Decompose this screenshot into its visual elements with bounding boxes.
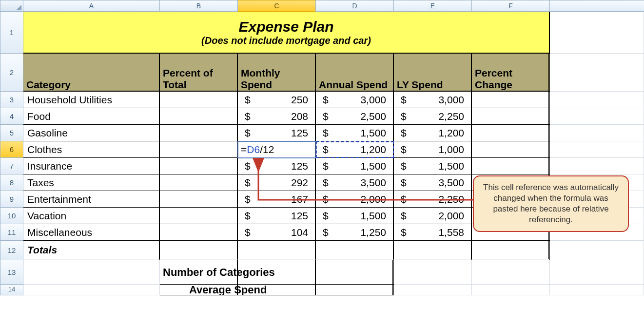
cell-b5[interactable] [160, 125, 238, 141]
row-header-11[interactable]: 11 [0, 224, 23, 241]
row-header-2[interactable]: 2 [0, 54, 23, 92]
col-header-d[interactable]: D [316, 0, 394, 12]
cell-d9[interactable]: $2,000 [316, 191, 394, 208]
cell-a10[interactable]: Vacation [23, 208, 160, 224]
cell-g7[interactable] [550, 158, 644, 174]
cell-b4[interactable] [160, 108, 238, 125]
cell-b8[interactable] [160, 174, 238, 191]
cell-g13[interactable] [550, 260, 644, 285]
totals-label[interactable]: Totals [23, 241, 160, 260]
cell-e9[interactable]: $2,250 [394, 191, 472, 208]
cell-f4[interactable] [472, 108, 550, 125]
cell-c3[interactable]: $250 [238, 92, 316, 108]
cell-e11[interactable]: $1,558 [394, 224, 472, 241]
cell-d8[interactable]: $3,500 [316, 174, 394, 191]
col-header-b[interactable]: B [160, 0, 238, 12]
cell-f13[interactable] [472, 260, 550, 285]
cell-c7[interactable]: $125 [238, 158, 316, 174]
cell-g2[interactable] [550, 54, 644, 92]
cell-g6[interactable] [550, 141, 644, 158]
cell-c10[interactable]: $125 [238, 208, 316, 224]
cell-a4[interactable]: Food [23, 108, 160, 125]
header-ly-spend[interactable]: LY Spend [394, 54, 472, 92]
cell-d10[interactable]: $1,500 [316, 208, 394, 224]
cell-b6[interactable] [160, 141, 238, 158]
cell-g12[interactable] [550, 241, 644, 260]
row-header-1[interactable]: 1 [0, 12, 23, 54]
cell-e8[interactable]: $3,500 [394, 174, 472, 191]
row-header-9[interactable]: 9 [0, 191, 23, 208]
header-annual-spend[interactable]: Annual Spend [316, 54, 394, 92]
row-header-4[interactable]: 4 [0, 108, 23, 125]
cell-d4[interactable]: $2,500 [316, 108, 394, 125]
cell-c4[interactable]: $208 [238, 108, 316, 125]
title-cell[interactable]: Expense Plan (Does not include mortgage … [23, 12, 550, 54]
cell-d5[interactable]: $1,500 [316, 125, 394, 141]
cell-d6[interactable]: $1,200 [316, 141, 394, 158]
row-header-7[interactable]: 7 [0, 158, 23, 174]
cell-f3[interactable] [472, 92, 550, 108]
cell-g14[interactable] [550, 285, 644, 295]
cell-b12[interactable] [160, 241, 238, 260]
row-header-14[interactable]: 14 [0, 285, 23, 295]
cell-c5[interactable]: $125 [238, 125, 316, 141]
cell-b11[interactable] [160, 224, 238, 241]
cell-a7[interactable]: Insurance [23, 158, 160, 174]
cell-a14[interactable] [23, 285, 160, 295]
cell-e7[interactable]: $1,500 [394, 158, 472, 174]
cell-b9[interactable] [160, 191, 238, 208]
cell-c8[interactable]: $292 [238, 174, 316, 191]
cell-e6[interactable]: $1,000 [394, 141, 472, 158]
col-header-a[interactable]: A [23, 0, 160, 12]
cell-g4[interactable] [550, 108, 644, 125]
cell-e4[interactable]: $2,250 [394, 108, 472, 125]
cell-b3[interactable] [160, 92, 238, 108]
header-percent-total[interactable]: Percent of Total [160, 54, 238, 92]
row-header-6[interactable]: 6 [0, 141, 23, 158]
cell-c6[interactable]: =D6/12 [238, 141, 316, 158]
cell-f12[interactable] [472, 241, 550, 260]
cell-a6[interactable]: Clothes [23, 141, 160, 158]
cell-g1[interactable] [550, 12, 644, 54]
cell-d14[interactable] [316, 285, 394, 295]
cell-g3[interactable] [550, 92, 644, 108]
cell-a3[interactable]: Household Utilities [23, 92, 160, 108]
col-header-f[interactable]: F [472, 0, 550, 12]
select-all-corner[interactable] [0, 0, 23, 12]
cell-e13[interactable] [394, 260, 472, 285]
spreadsheet-grid[interactable]: A B C D E F 1 Expense Plan (Does not inc… [0, 0, 644, 295]
row-header-13[interactable]: 13 [0, 260, 23, 285]
cell-a9[interactable]: Entertainment [23, 191, 160, 208]
col-header-g[interactable] [550, 0, 644, 12]
cell-d11[interactable]: $1,250 [316, 224, 394, 241]
cell-e12[interactable] [394, 241, 472, 260]
cell-d13[interactable] [316, 260, 394, 285]
cell-g5[interactable] [550, 125, 644, 141]
number-categories-label[interactable]: Number of Categories [160, 260, 238, 285]
row-header-8[interactable]: 8 [0, 174, 23, 191]
cell-a13[interactable] [23, 260, 160, 285]
cell-e10[interactable]: $2,000 [394, 208, 472, 224]
cell-a11[interactable]: Miscellaneous [23, 224, 160, 241]
row-header-10[interactable]: 10 [0, 208, 23, 224]
header-percent-change[interactable]: Percent Change [472, 54, 550, 92]
row-header-12[interactable]: 12 [0, 241, 23, 260]
cell-e14[interactable] [394, 285, 472, 295]
cell-f14[interactable] [472, 285, 550, 295]
cell-c12[interactable] [238, 241, 316, 260]
cell-c11[interactable]: $104 [238, 224, 316, 241]
header-category[interactable]: Category [23, 54, 160, 92]
col-header-e[interactable]: E [394, 0, 472, 12]
row-header-5[interactable]: 5 [0, 125, 23, 141]
cell-f6[interactable] [472, 141, 550, 158]
cell-e5[interactable]: $1,200 [394, 125, 472, 141]
cell-d7[interactable]: $1,500 [316, 158, 394, 174]
cell-b10[interactable] [160, 208, 238, 224]
cell-d3[interactable]: $3,000 [316, 92, 394, 108]
cell-b7[interactable] [160, 158, 238, 174]
cell-d12[interactable] [316, 241, 394, 260]
cell-f5[interactable] [472, 125, 550, 141]
header-monthly-spend[interactable]: Monthly Spend [238, 54, 316, 92]
row-header-3[interactable]: 3 [0, 92, 23, 108]
cell-e3[interactable]: $3,000 [394, 92, 472, 108]
